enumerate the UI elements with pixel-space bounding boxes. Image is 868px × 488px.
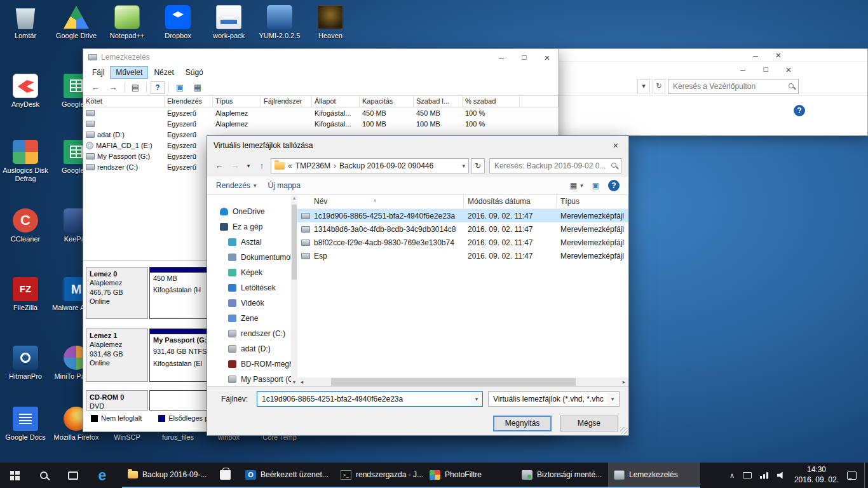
- scrollbar-track[interactable]: [306, 377, 620, 386]
- menu-action[interactable]: Művelet: [111, 67, 147, 78]
- back-icon[interactable]: [88, 81, 102, 94]
- column-header-date[interactable]: Módosítás dátuma: [464, 195, 557, 208]
- desktop-icon-google-docs[interactable]: Google Docs: [1, 407, 50, 442]
- column-header-type[interactable]: Típus: [557, 195, 628, 208]
- volume-row[interactable]: Egyszerű Alaplemez Kifogástal... 100 MB …: [83, 118, 559, 129]
- sidebar-item-passport[interactable]: My Passport (G:): [207, 372, 291, 386]
- control-panel-search-input[interactable]: [668, 79, 799, 94]
- task-view-button[interactable]: [58, 463, 88, 488]
- desktop-icon-yumi[interactable]: YUMI-2.0.2.5: [255, 5, 304, 40]
- sidebar-item-this-pc[interactable]: Ez a gép: [207, 219, 291, 234]
- filetype-combobox[interactable]: Virtuális lemezfájlok (*.vhd, *.vhc: [488, 391, 620, 407]
- file-row[interactable]: Esp 2016. 09. 02. 11:47 Merevlemezképfáj…: [297, 249, 628, 262]
- refresh-icon[interactable]: [471, 158, 485, 173]
- desktop-icon-dropbox[interactable]: Dropbox: [154, 5, 202, 40]
- show-desktop-button[interactable]: [864, 463, 868, 488]
- file-row[interactable]: 1314b8d6-3a0c-4fdb-8cdb-34c9db3014c8 201…: [297, 222, 628, 236]
- table-view-icon[interactable]: [128, 81, 142, 94]
- maximize-icon[interactable]: [754, 62, 777, 77]
- scroll-up-icon[interactable]: [293, 195, 295, 201]
- recent-locations-icon[interactable]: [244, 159, 253, 173]
- column-header-name[interactable]: Név: [297, 195, 464, 208]
- scroll-right-icon[interactable]: [620, 379, 628, 385]
- dialog-search-input[interactable]: [489, 158, 621, 173]
- menu-help[interactable]: Súgó: [180, 67, 208, 78]
- organize-menu[interactable]: Rendezés: [216, 181, 257, 190]
- filename-combobox[interactable]: [257, 391, 483, 407]
- resize-grip[interactable]: [620, 427, 627, 434]
- sidebar-scrollbar[interactable]: [291, 195, 297, 386]
- taskbar-app-cmd[interactable]: rendszergazda - J...: [335, 463, 424, 488]
- sidebar-item-pictures[interactable]: Képek: [207, 265, 291, 280]
- help-icon[interactable]: ?: [794, 105, 805, 116]
- sidebar-item-videos[interactable]: Videók: [207, 295, 291, 311]
- scrollbar-thumb[interactable]: [292, 205, 297, 280]
- open-button[interactable]: Megnyitás: [493, 416, 552, 431]
- volume-tray-icon[interactable]: [777, 471, 786, 479]
- preview-pane-icon[interactable]: [592, 181, 599, 190]
- column-header[interactable]: Fájlrendszer: [261, 96, 312, 107]
- scroll-down-icon[interactable]: [293, 379, 295, 385]
- desktop-icon-auslogics[interactable]: Auslogics Disk Defrag: [1, 140, 50, 182]
- start-button[interactable]: [0, 463, 29, 488]
- close-icon[interactable]: [767, 49, 790, 61]
- minimize-icon[interactable]: [744, 49, 767, 61]
- breadcrumb[interactable]: « TMP236M › Backup 2016-09-02 090446: [271, 158, 469, 173]
- minimize-icon[interactable]: [731, 62, 754, 77]
- hidden-icons-chevron[interactable]: [729, 471, 735, 480]
- breadcrumb-root[interactable]: TMP236M: [295, 161, 330, 170]
- minimize-icon[interactable]: [490, 49, 513, 65]
- close-icon[interactable]: [536, 49, 559, 65]
- taskbar-clock[interactable]: 14:30 2016. 09. 02.: [794, 465, 839, 485]
- taskbar-app-disk-management[interactable]: Lemezkezelés: [608, 463, 700, 488]
- column-header[interactable]: Állapot: [312, 96, 360, 107]
- maximize-icon[interactable]: [513, 49, 536, 65]
- console-icon[interactable]: [173, 81, 187, 94]
- desktop-icon-google-drive[interactable]: Google Drive: [52, 5, 100, 40]
- chevron-down-icon[interactable]: [607, 393, 618, 405]
- breadcrumb-collapsed[interactable]: «: [288, 161, 292, 170]
- desktop-icon-heaven[interactable]: Heaven: [306, 5, 355, 40]
- display-tray-icon[interactable]: [743, 472, 752, 478]
- desktop-icon-workpack[interactable]: work-pack: [205, 5, 253, 40]
- sidebar-item-documents[interactable]: Dokumentumok: [207, 250, 291, 265]
- taskbar-app-outlook[interactable]: Beérkezett üzenet...: [240, 463, 335, 488]
- sidebar-item-desktop[interactable]: Asztal: [207, 234, 291, 250]
- taskbar-search-button[interactable]: [29, 463, 58, 488]
- scroll-left-icon[interactable]: [297, 379, 306, 385]
- column-header[interactable]: Kötet: [83, 96, 165, 107]
- refresh-icon[interactable]: [653, 79, 665, 93]
- file-row[interactable]: b8f02cce-f29e-4acb-9830-769e3e130b74 201…: [297, 236, 628, 249]
- taskbar-app-store[interactable]: [214, 463, 240, 488]
- network-tray-icon[interactable]: [760, 472, 769, 479]
- view-mode-selector[interactable]: [570, 181, 583, 190]
- edge-button[interactable]: e: [88, 463, 117, 488]
- sidebar-item-onedrive[interactable]: OneDrive: [207, 204, 291, 219]
- sidebar-item-music[interactable]: Zene: [207, 311, 291, 326]
- desktop-icon-hitmanpro[interactable]: HitmanPro: [1, 346, 50, 381]
- forward-icon[interactable]: [106, 81, 120, 94]
- file-row-selected[interactable]: 1c19d906-8865-4251-bfa2-4940f6e2e23a 201…: [297, 209, 628, 222]
- view-options-icon[interactable]: [191, 81, 205, 94]
- dialog-titlebar[interactable]: Virtuális lemezfájlok tallózása: [207, 136, 628, 155]
- menu-file[interactable]: Fájl: [87, 67, 109, 78]
- filename-input[interactable]: [257, 391, 483, 407]
- menu-view[interactable]: Nézet: [149, 67, 179, 78]
- desktop-icon-recycle-bin[interactable]: Lomtár: [1, 5, 50, 40]
- sidebar-item-drive-c[interactable]: rendszer (C:): [207, 326, 291, 341]
- volume-row[interactable]: Egyszerű Alaplemez Kifogástal... 450 MB …: [83, 107, 559, 118]
- sidebar-item-bdrom[interactable]: BD-ROM-megha...: [207, 356, 291, 372]
- column-header[interactable]: Típus: [213, 96, 261, 107]
- new-folder-button[interactable]: Új mappa: [268, 181, 301, 190]
- column-header[interactable]: Kapacitás: [360, 96, 414, 107]
- desktop-icon-ccleaner[interactable]: CCleaner: [1, 208, 50, 243]
- control-panel-search[interactable]: [668, 79, 799, 94]
- action-center-icon[interactable]: [847, 471, 857, 480]
- taskbar-app-photofiltre[interactable]: PhotoFiltre: [424, 463, 516, 488]
- forward-icon[interactable]: [228, 159, 242, 173]
- help-icon[interactable]: [151, 81, 165, 94]
- chevron-down-icon[interactable]: [462, 163, 465, 169]
- chevron-down-icon[interactable]: [471, 392, 482, 406]
- help-icon[interactable]: ?: [608, 180, 620, 191]
- desktop-icon-filezilla[interactable]: FileZilla: [1, 277, 50, 312]
